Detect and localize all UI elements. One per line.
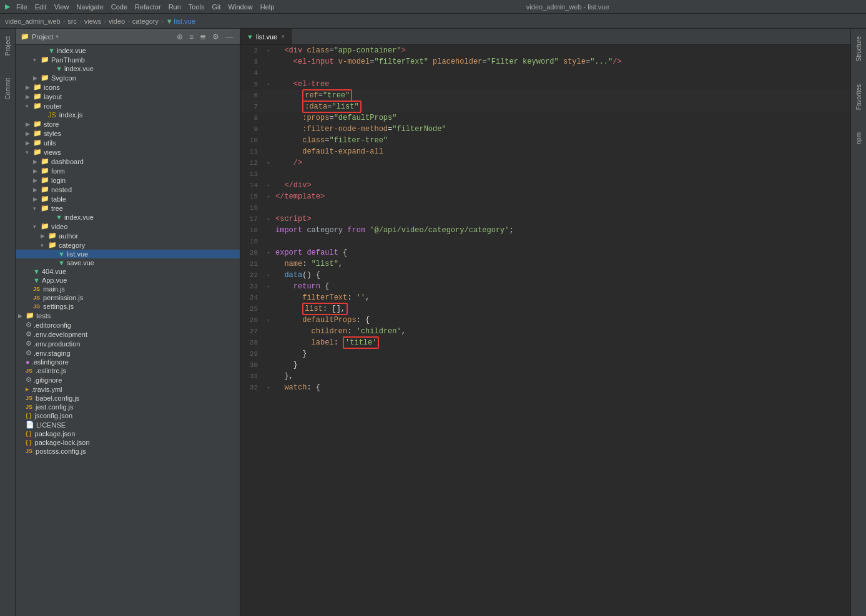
- menu-file[interactable]: File: [16, 3, 27, 11]
- list-item[interactable]: JS .eslintrc.js: [16, 366, 240, 375]
- breadcrumb-part-views[interactable]: views: [84, 17, 102, 25]
- line-fold[interactable]: ▾: [264, 281, 273, 292]
- list-item[interactable]: ▶ 📁 layout: [16, 92, 240, 101]
- project-panel-icon[interactable]: Project: [2, 31, 14, 61]
- list-item[interactable]: ▶ 📁 author: [16, 231, 240, 240]
- folder-icon: 📁: [41, 167, 49, 175]
- line-fold[interactable]: ▾: [264, 180, 273, 191]
- toolbar-minimize-btn[interactable]: —: [224, 32, 235, 42]
- list-item[interactable]: JS main.js: [16, 285, 240, 293]
- toolbar-collapse-btn[interactable]: ≡: [187, 32, 195, 42]
- line-content: <el-tree: [273, 79, 850, 90]
- menu-run[interactable]: Run: [169, 3, 181, 11]
- toolbar-settings-btn[interactable]: ⚙: [210, 32, 221, 42]
- list-item[interactable]: ▾ 📁 video: [16, 222, 240, 231]
- list-item[interactable]: ▶ 📁 utils: [16, 138, 240, 147]
- list-item[interactable]: JS babel.config.js: [16, 394, 240, 403]
- list-item[interactable]: ▼ App.vue: [16, 276, 240, 285]
- line-fold[interactable]: ▾: [264, 79, 273, 90]
- favorites-panel-icon[interactable]: Favorites: [853, 79, 865, 115]
- vue-tab-icon: ▼: [247, 33, 253, 41]
- list-item[interactable]: ▾ 📁 tree: [16, 203, 240, 213]
- left-sidebar: Project Commit: [0, 29, 16, 616]
- line-fold[interactable]: ▾: [264, 270, 273, 281]
- list-item[interactable]: 📄 LICENSE: [16, 420, 240, 429]
- list-item[interactable]: ▶ 📁 icons: [16, 82, 240, 92]
- code-line: 4: [240, 67, 850, 79]
- list-item[interactable]: ▶ 📁 store: [16, 119, 240, 129]
- structure-panel-icon[interactable]: Structure: [853, 31, 865, 67]
- folder-name: SvgIcon: [51, 74, 76, 82]
- code-editor[interactable]: 2 ▾ <div class="app-container"> 3 <el-in…: [240, 45, 850, 616]
- list-item[interactable]: { } package.json: [16, 429, 240, 438]
- menu-navigate[interactable]: Navigate: [76, 3, 103, 11]
- npm-panel-icon[interactable]: npm: [853, 127, 865, 149]
- breadcrumb-part-src[interactable]: src: [67, 17, 77, 25]
- line-number: 6: [240, 90, 264, 101]
- list-item[interactable]: ▾ 📁 router: [16, 101, 240, 110]
- list-item[interactable]: JS postcss.config.js: [16, 447, 240, 456]
- list-item[interactable]: JS jest.config.js: [16, 403, 240, 411]
- list-item[interactable]: ▶ 📁 SvgIcon: [16, 73, 240, 82]
- list-item[interactable]: ▶ 📁 styles: [16, 129, 240, 138]
- tab-close-btn[interactable]: ×: [281, 33, 285, 40]
- toolbar-add-btn[interactable]: ⊕: [175, 32, 185, 42]
- list-item[interactable]: ⚙ .env.staging: [16, 348, 240, 358]
- file-name: App.vue: [42, 276, 67, 284]
- list-item[interactable]: ▼ index.vue: [16, 213, 240, 222]
- list-item[interactable]: ▼ 404.vue: [16, 267, 240, 276]
- folder-name: login: [51, 177, 66, 184]
- toolbar-expand-btn[interactable]: ≣: [198, 32, 208, 42]
- list-item[interactable]: ▶ 📁 nested: [16, 185, 240, 194]
- list-item[interactable]: ▶ 📁 table: [16, 194, 240, 203]
- line-fold[interactable]: ▾: [264, 247, 273, 258]
- menu-edit[interactable]: Edit: [35, 3, 47, 11]
- line-fold[interactable]: ▾: [264, 157, 273, 169]
- menu-tools[interactable]: Tools: [189, 3, 205, 11]
- line-fold[interactable]: ▾: [264, 191, 273, 202]
- list-item[interactable]: ⚙ .gitignore: [16, 375, 240, 384]
- list-item[interactable]: ▶ 📁 form: [16, 166, 240, 175]
- list-item[interactable]: ▾ 📁 PanThumb: [16, 55, 240, 64]
- file-name: .eslintignore: [32, 358, 69, 366]
- line-fold[interactable]: ▾: [264, 213, 273, 225]
- list-item[interactable]: ▸ .travis.yml: [16, 384, 240, 394]
- folder-name: category: [59, 242, 85, 249]
- list-item[interactable]: ▶ 📁 tests: [16, 311, 240, 320]
- list-item[interactable]: ⚙ .env.development: [16, 330, 240, 339]
- list-item[interactable]: { } jsconfig.json: [16, 411, 240, 420]
- list-item[interactable]: JS index.js: [16, 110, 240, 119]
- line-fold[interactable]: ▾: [264, 45, 273, 56]
- list-item[interactable]: ▼ index.vue: [16, 46, 240, 55]
- list-item[interactable]: ▼ index.vue: [16, 64, 240, 73]
- menu-git[interactable]: Git: [212, 3, 221, 11]
- menu-view[interactable]: View: [54, 3, 69, 11]
- line-content: :filter-node-method="filterNode": [273, 124, 850, 135]
- breadcrumb-part-video[interactable]: video: [109, 17, 125, 25]
- list-item[interactable]: JS settings.js: [16, 302, 240, 311]
- folder-icon: 📁: [41, 157, 49, 165]
- list-item[interactable]: ▼ save.vue: [16, 258, 240, 267]
- list-item[interactable]: JS permission.js: [16, 293, 240, 302]
- list-item[interactable]: ● .eslintignore: [16, 358, 240, 366]
- list-item[interactable]: ⚙ .env.production: [16, 339, 240, 348]
- code-line: 12 ▾ />: [240, 157, 850, 169]
- breadcrumb-part-project[interactable]: video_admin_web: [5, 17, 61, 25]
- breadcrumb-part-category[interactable]: category: [132, 17, 159, 25]
- menu-window[interactable]: Window: [229, 3, 253, 11]
- list-item[interactable]: { } package-lock.json: [16, 438, 240, 447]
- list-item[interactable]: ▾ 📁 views: [16, 147, 240, 157]
- list-item[interactable]: ▶ 📁 login: [16, 175, 240, 185]
- project-panel-dropdown[interactable]: ▾: [56, 33, 59, 40]
- line-fold[interactable]: ▾: [264, 382, 273, 393]
- menu-refactor[interactable]: Refactor: [135, 3, 161, 11]
- list-item[interactable]: ⚙ .editorconfig: [16, 320, 240, 330]
- list-item[interactable]: ▶ 📁 dashboard: [16, 157, 240, 166]
- tab-list-vue[interactable]: ▼ list.vue ×: [240, 29, 292, 44]
- menu-code[interactable]: Code: [111, 3, 127, 11]
- menu-help[interactable]: Help: [260, 3, 275, 11]
- list-item[interactable]: ▼ list.vue: [16, 250, 240, 258]
- commit-panel-icon[interactable]: Commit: [2, 73, 14, 104]
- line-fold[interactable]: ▾: [264, 315, 273, 326]
- list-item[interactable]: ▾ 📁 category: [16, 240, 240, 250]
